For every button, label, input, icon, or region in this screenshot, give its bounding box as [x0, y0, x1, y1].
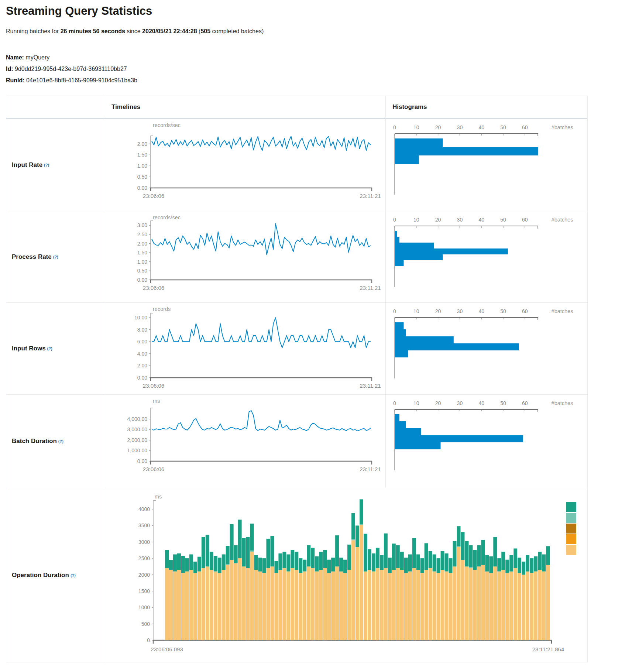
svg-text:4000: 4000 [138, 506, 150, 512]
query-name-value: myQuery [25, 54, 49, 61]
svg-text:3000: 3000 [138, 539, 150, 545]
svg-text:60: 60 [522, 400, 528, 406]
summary-prefix: Running batches for [6, 28, 61, 34]
svg-text:10: 10 [413, 400, 419, 406]
input-rate-histogram-cell: 0102030405060#batches [386, 119, 587, 211]
query-id-value: 9d0dd219-995d-423e-b97d-36931110bb27 [15, 66, 127, 72]
svg-text:#batches: #batches [552, 400, 573, 406]
svg-text:40: 40 [478, 308, 484, 314]
header-empty-cell [6, 96, 106, 119]
batch-duration-histogram-chart: 0102030405060#batches [386, 395, 587, 487]
svg-text:23:11:21.864: 23:11:21.864 [532, 646, 564, 652]
header-timelines: Timelines [106, 96, 386, 119]
batch-duration-label: Batch Duration [12, 438, 57, 445]
query-runid-value: 04e101e6-8bf8-4165-9099-9104c951ba3b [26, 77, 137, 83]
input-rate-label: Input Rate [12, 161, 42, 169]
operation-duration-label: Operation Duration [12, 572, 69, 579]
query-name-row: Name: myQuery [6, 52, 137, 63]
summary-middle: since [125, 28, 142, 34]
svg-text:0: 0 [393, 308, 396, 314]
svg-text:23:11:21: 23:11:21 [360, 193, 381, 199]
svg-text:500: 500 [141, 621, 150, 627]
svg-text:10: 10 [413, 124, 419, 130]
row-label-batch-duration: Batch Duration (?) [6, 395, 106, 488]
svg-text:0: 0 [147, 637, 150, 643]
svg-text:4,000.00: 4,000.00 [127, 416, 148, 422]
input-rate-timeline-cell: records/sec2.001.501.000.500.0023:06:062… [106, 119, 386, 211]
svg-text:1.50: 1.50 [137, 250, 147, 256]
input-rate-help-icon[interactable]: (?) [44, 163, 49, 167]
svg-text:#batches: #batches [552, 217, 573, 223]
input-rows-timeline-cell: records10.008.006.004.002.000.0023:06:06… [106, 303, 386, 395]
row-label-input-rows: Input Rows (?) [6, 303, 106, 395]
svg-text:#batches: #batches [552, 124, 573, 130]
svg-text:0.50: 0.50 [137, 268, 147, 274]
input-rows-histogram-cell: 0102030405060#batches [386, 303, 587, 395]
svg-text:23:06:06: 23:06:06 [143, 285, 164, 291]
svg-text:0: 0 [393, 217, 396, 223]
svg-text:20: 20 [435, 400, 441, 406]
page-title: Streaming Query Statistics [6, 4, 152, 18]
svg-text:20: 20 [435, 124, 441, 130]
input-rows-timeline-chart: records10.008.006.004.002.000.0023:06:06… [106, 303, 385, 394]
input-rate-timeline-chart: records/sec2.001.501.000.500.0023:06:062… [106, 119, 385, 210]
svg-text:23:11:21: 23:11:21 [360, 466, 381, 472]
svg-text:50: 50 [500, 308, 506, 314]
query-runid-row: RunId: 04e101e6-8bf8-4165-9099-9104c951b… [6, 75, 137, 86]
svg-text:ms: ms [153, 398, 160, 404]
svg-text:#batches: #batches [552, 308, 573, 314]
svg-text:1.00: 1.00 [137, 163, 147, 169]
batch-duration-help-icon[interactable]: (?) [58, 439, 63, 443]
operation-duration-help-icon[interactable]: (?) [71, 573, 76, 577]
svg-text:3500: 3500 [138, 522, 150, 528]
svg-text:1,000.00: 1,000.00 [127, 448, 148, 453]
svg-text:50: 50 [500, 124, 506, 130]
svg-text:3.00: 3.00 [137, 222, 147, 228]
legend-swatch [566, 524, 576, 534]
svg-text:10: 10 [413, 308, 419, 314]
svg-text:30: 30 [457, 308, 463, 314]
svg-text:60: 60 [522, 124, 528, 130]
batch-duration-histogram-cell: 0102030405060#batches [386, 395, 587, 488]
operation-duration-chart-cell: ms4000350030002500200015001000500023:06:… [106, 488, 587, 662]
svg-text:0.00: 0.00 [137, 458, 147, 464]
svg-text:40: 40 [478, 217, 484, 223]
process-rate-timeline-cell: records/sec3.002.502.001.501.000.500.002… [106, 211, 386, 303]
svg-text:40: 40 [478, 400, 484, 406]
svg-text:2.50: 2.50 [137, 232, 147, 237]
svg-text:23:06:06: 23:06:06 [143, 466, 164, 472]
input-rows-help-icon[interactable]: (?) [47, 346, 52, 351]
svg-text:2.00: 2.00 [137, 241, 147, 247]
query-runid-label: RunId: [6, 77, 25, 83]
svg-text:2.00: 2.00 [137, 141, 147, 147]
streaming-query-statistics-page: Streaming Query Statistics Running batch… [0, 0, 625, 672]
summary-since-timestamp: 2020/05/21 22:44:28 [142, 28, 197, 34]
svg-text:10: 10 [413, 217, 419, 223]
svg-text:4.00: 4.00 [137, 351, 147, 357]
process-rate-help-icon[interactable]: (?) [53, 255, 58, 259]
row-label-input-rate: Input Rate (?) [6, 119, 106, 211]
svg-text:2500: 2500 [138, 555, 150, 561]
svg-text:6.00: 6.00 [137, 339, 147, 344]
row-label-operation-duration: Operation Duration (?) [6, 488, 106, 662]
summary-duration: 26 minutes 56 seconds [61, 28, 125, 34]
svg-text:1500: 1500 [138, 588, 150, 594]
svg-text:23:06:06: 23:06:06 [143, 193, 164, 199]
query-id-label: Id: [6, 66, 13, 72]
process-rate-timeline-chart: records/sec3.002.502.001.501.000.500.002… [106, 211, 385, 302]
process-rate-label: Process Rate [12, 253, 52, 261]
svg-text:2.00: 2.00 [137, 363, 147, 368]
operation-duration-stacked-chart: ms4000350030002500200015001000500023:06:… [106, 488, 587, 661]
header-histograms: Histograms [386, 96, 587, 119]
svg-text:2,000.00: 2,000.00 [127, 437, 148, 443]
svg-text:10.00: 10.00 [134, 315, 147, 320]
svg-text:40: 40 [478, 124, 484, 130]
svg-text:50: 50 [500, 217, 506, 223]
query-name-label: Name: [6, 54, 24, 61]
operation-duration-legend [566, 502, 576, 556]
legend-swatch [566, 513, 576, 523]
summary-completed-count: 505 [200, 28, 210, 34]
svg-text:30: 30 [457, 217, 463, 223]
svg-text:0.50: 0.50 [137, 174, 147, 180]
process-rate-histogram-cell: 0102030405060#batches [386, 211, 587, 303]
